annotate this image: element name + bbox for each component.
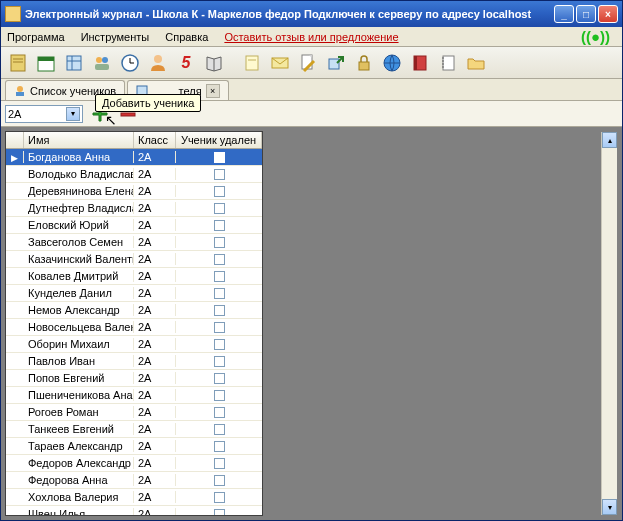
- cell-deleted[interactable]: [176, 203, 262, 214]
- cell-deleted[interactable]: [176, 424, 262, 435]
- checkbox-icon[interactable]: [214, 407, 225, 418]
- cell-deleted[interactable]: [176, 186, 262, 197]
- table-row[interactable]: Ковалев Дмитрий2А: [6, 268, 262, 285]
- checkbox-icon[interactable]: [214, 169, 225, 180]
- table-row[interactable]: ▶Богданова Анна2А: [6, 149, 262, 166]
- checkbox-icon[interactable]: [214, 237, 225, 248]
- cell-deleted[interactable]: [176, 339, 262, 350]
- calendar-icon[interactable]: [33, 50, 59, 76]
- cell-deleted[interactable]: [176, 169, 262, 180]
- checkbox-icon[interactable]: [214, 322, 225, 333]
- grade5-icon[interactable]: 5: [173, 50, 199, 76]
- checkbox-icon[interactable]: [214, 373, 225, 384]
- checkbox-icon[interactable]: [214, 424, 225, 435]
- cell-deleted[interactable]: [176, 509, 262, 517]
- folder-icon[interactable]: [463, 50, 489, 76]
- table-row[interactable]: Казачинский Валентин2А: [6, 251, 262, 268]
- table-row[interactable]: Деревянинова Елена2А: [6, 183, 262, 200]
- table-row[interactable]: Попов Евгений2А: [6, 370, 262, 387]
- cell-deleted[interactable]: [176, 475, 262, 486]
- schedule-icon[interactable]: [61, 50, 87, 76]
- table-row[interactable]: Рогоев Роман2А: [6, 404, 262, 421]
- table-row[interactable]: Дутнефтер Владислав2А: [6, 200, 262, 217]
- cell-deleted[interactable]: [176, 390, 262, 401]
- checkbox-icon[interactable]: [214, 339, 225, 350]
- checkbox-icon[interactable]: [214, 152, 225, 163]
- cell-deleted[interactable]: [176, 458, 262, 469]
- table-row[interactable]: Еловский Юрий2А: [6, 217, 262, 234]
- checkbox-icon[interactable]: [214, 271, 225, 282]
- minimize-button[interactable]: _: [554, 5, 574, 23]
- close-button[interactable]: ×: [598, 5, 618, 23]
- cell-deleted[interactable]: [176, 322, 262, 333]
- note-icon[interactable]: [239, 50, 265, 76]
- table-row[interactable]: Танкеев Евгений2А: [6, 421, 262, 438]
- scroll-up-icon[interactable]: ▴: [602, 132, 617, 148]
- menu-help[interactable]: Справка: [165, 31, 208, 43]
- table-row[interactable]: Оборин Михаил2А: [6, 336, 262, 353]
- cell-deleted[interactable]: [176, 152, 262, 163]
- red-book-icon[interactable]: [407, 50, 433, 76]
- checkbox-icon[interactable]: [214, 390, 225, 401]
- table-row[interactable]: Володько Владислав2А: [6, 166, 262, 183]
- cell-deleted[interactable]: [176, 373, 262, 384]
- clock-icon[interactable]: [117, 50, 143, 76]
- menu-tools[interactable]: Инструменты: [81, 31, 150, 43]
- vertical-scrollbar[interactable]: ▴ ▾: [601, 132, 617, 515]
- checkbox-icon[interactable]: [214, 288, 225, 299]
- cell-deleted[interactable]: [176, 254, 262, 265]
- person-icon[interactable]: [145, 50, 171, 76]
- cell-deleted[interactable]: [176, 356, 262, 367]
- maximize-button[interactable]: □: [576, 5, 596, 23]
- table-row[interactable]: Федорова Анна2А: [6, 472, 262, 489]
- checkbox-icon[interactable]: [214, 441, 225, 452]
- chevron-down-icon[interactable]: ▾: [66, 107, 80, 121]
- table-row[interactable]: Новосельцева Валентина2А: [6, 319, 262, 336]
- table-row[interactable]: Федоров Александр2А: [6, 455, 262, 472]
- col-class[interactable]: Класс: [134, 132, 176, 148]
- book-icon[interactable]: [201, 50, 227, 76]
- checkbox-icon[interactable]: [214, 492, 225, 503]
- cell-deleted[interactable]: [176, 441, 262, 452]
- checkbox-icon[interactable]: [214, 203, 225, 214]
- cell-deleted[interactable]: [176, 407, 262, 418]
- table-row[interactable]: Завсеголов Семен2А: [6, 234, 262, 251]
- checkbox-icon[interactable]: [214, 458, 225, 469]
- scroll-down-icon[interactable]: ▾: [602, 499, 617, 515]
- lock-icon[interactable]: [351, 50, 377, 76]
- titlebar[interactable]: Электронный журнал - Школа К - Маркелов …: [1, 1, 622, 27]
- checkbox-icon[interactable]: [214, 475, 225, 486]
- cell-deleted[interactable]: [176, 492, 262, 503]
- checkbox-icon[interactable]: [214, 220, 225, 231]
- tab-close-icon[interactable]: ×: [206, 84, 220, 98]
- row-selector-header[interactable]: [6, 132, 24, 148]
- checkbox-icon[interactable]: [214, 356, 225, 367]
- students-grid[interactable]: Имя Класс Ученик удален ▶Богданова Анна2…: [5, 131, 263, 516]
- doc-icon[interactable]: [295, 50, 321, 76]
- cell-deleted[interactable]: [176, 288, 262, 299]
- checkbox-icon[interactable]: [214, 254, 225, 265]
- cell-deleted[interactable]: [176, 305, 262, 316]
- spiral-notebook-icon[interactable]: [435, 50, 461, 76]
- export-icon[interactable]: [323, 50, 349, 76]
- menu-program[interactable]: Программа: [7, 31, 65, 43]
- checkbox-icon[interactable]: [214, 186, 225, 197]
- table-row[interactable]: Хохлова Валерия2А: [6, 489, 262, 506]
- journal-icon[interactable]: [5, 50, 31, 76]
- checkbox-icon[interactable]: [214, 305, 225, 316]
- checkbox-icon[interactable]: [214, 509, 225, 517]
- col-name[interactable]: Имя: [24, 132, 134, 148]
- cell-deleted[interactable]: [176, 237, 262, 248]
- groups-icon[interactable]: [89, 50, 115, 76]
- browser-icon[interactable]: [379, 50, 405, 76]
- table-row[interactable]: Тараев Александр2А: [6, 438, 262, 455]
- cell-deleted[interactable]: [176, 271, 262, 282]
- mail-icon[interactable]: [267, 50, 293, 76]
- col-deleted[interactable]: Ученик удален: [176, 132, 262, 148]
- table-row[interactable]: Павлов Иван2А: [6, 353, 262, 370]
- feedback-link[interactable]: Оставить отзыв или предложение: [224, 31, 398, 43]
- cell-deleted[interactable]: [176, 220, 262, 231]
- class-select[interactable]: 2А ▾: [5, 105, 83, 123]
- table-row[interactable]: Немов Александр2А: [6, 302, 262, 319]
- table-row[interactable]: Пшениченикова Анастасия2А: [6, 387, 262, 404]
